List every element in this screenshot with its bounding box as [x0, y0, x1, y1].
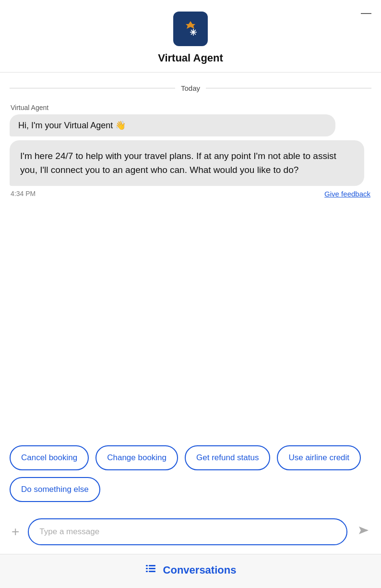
conversations-icon	[145, 563, 156, 577]
agent-logo: ✳	[173, 12, 208, 46]
input-area: +	[0, 512, 381, 554]
svg-rect-4	[149, 565, 155, 566]
svg-rect-5	[146, 568, 148, 569]
message-timestamp: 4:34 PM	[11, 190, 36, 197]
svg-rect-3	[146, 565, 148, 566]
quick-reply-change-booking[interactable]: Change booking	[95, 445, 178, 470]
divider-line-right	[206, 88, 371, 88]
minimize-button[interactable]: —	[361, 8, 371, 18]
svg-rect-7	[146, 571, 148, 572]
header-title: Virtual Agent	[158, 52, 223, 64]
chat-header: — ✳ Virtual Agent	[0, 0, 381, 73]
svg-text:✳: ✳	[190, 28, 197, 37]
add-button[interactable]: +	[8, 522, 23, 541]
date-divider: Today	[10, 84, 371, 92]
chat-area: Today Virtual Agent Hi, I'm your Virtual…	[0, 73, 381, 438]
conversations-label: Conversations	[163, 564, 237, 576]
quick-reply-do-something-else[interactable]: Do something else	[10, 477, 100, 502]
send-button[interactable]	[352, 522, 373, 542]
quick-reply-use-airline-credit[interactable]: Use airline credit	[277, 445, 361, 470]
message-meta: 4:34 PM Give feedback	[10, 190, 371, 198]
svg-marker-2	[359, 527, 369, 534]
greeting-bubble: Hi, I'm your Virtual Agent 👋	[10, 114, 335, 136]
logo-star-icon: ✳	[179, 15, 202, 43]
quick-reply-cancel-booking[interactable]: Cancel booking	[10, 445, 89, 470]
quick-replies-container: Cancel booking Change booking Get refund…	[0, 438, 381, 512]
quick-reply-get-refund-status[interactable]: Get refund status	[185, 445, 270, 470]
svg-rect-6	[149, 568, 155, 569]
divider-line-left	[10, 88, 175, 88]
sender-label: Virtual Agent	[11, 104, 371, 111]
main-message-bubble: I'm here 24/7 to help with your travel p…	[10, 140, 364, 186]
message-input[interactable]	[28, 518, 347, 545]
give-feedback-link[interactable]: Give feedback	[324, 190, 370, 198]
bottom-nav[interactable]: Conversations	[0, 554, 381, 588]
svg-rect-8	[149, 571, 155, 572]
date-divider-text: Today	[181, 84, 200, 92]
